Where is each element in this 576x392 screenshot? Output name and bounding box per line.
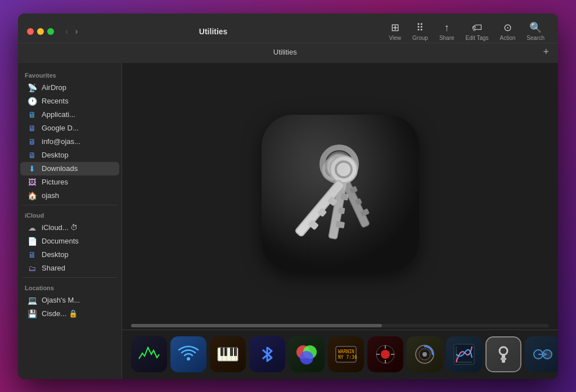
sidebar-item-shared[interactable]: 🗂 Shared — [20, 262, 119, 275]
app-wifi-diagnostics[interactable] — [170, 336, 206, 372]
horizontal-scrollbar[interactable] — [131, 324, 549, 327]
svg-point-49 — [500, 347, 507, 355]
airdrop-icon: 📡 — [27, 83, 37, 92]
svg-point-45 — [422, 352, 427, 357]
sidebar-item-desktop-icloud[interactable]: 🖥 Desktop — [20, 248, 119, 262]
svg-rect-5 — [349, 186, 358, 193]
app-bluetooth[interactable] — [249, 336, 285, 372]
app-migration-assistant[interactable] — [525, 336, 558, 372]
scrollbar-thumb[interactable] — [131, 324, 382, 327]
edit-tags-button[interactable]: 🏷 Edit Tags — [461, 20, 493, 43]
sidebar-item-documents[interactable]: 📄 Documents — [20, 235, 119, 248]
sidebar-label-documents: Documents — [42, 237, 79, 245]
sidebar: Favourites 📡 AirDrop 🕐 Recents 🖥 Applica… — [18, 63, 122, 379]
content-main — [122, 63, 558, 324]
content-area: WARNIN NY 7:36 — [122, 63, 558, 379]
share-label: Share — [439, 35, 454, 41]
add-button[interactable]: + — [543, 47, 549, 57]
activity-monitor-svg — [137, 342, 161, 367]
close-button[interactable] — [27, 28, 34, 35]
colorsync-svg — [294, 342, 319, 367]
sidebar-item-ojash-mac[interactable]: 💻 Ojash's M... — [20, 294, 119, 307]
bottom-app-strip: WARNIN NY 7:36 — [122, 330, 558, 379]
search-button[interactable]: 🔍 Search — [522, 19, 549, 43]
sidebar-item-icloud[interactable]: ☁ iCloud... ⏱ — [20, 221, 119, 235]
grapher-svg — [452, 342, 476, 367]
sidebar-label-airdrop: AirDrop — [42, 83, 66, 92]
svg-point-8 — [324, 152, 353, 181]
sidebar-item-cisde[interactable]: 💾 Cisde... 🔒 — [20, 307, 119, 321]
icloud-icon: ☁ — [27, 223, 37, 232]
sidebar-item-email[interactable]: 🖥 info@ojas... — [20, 135, 119, 148]
title-bar: ‹ › Utilities ⊞ View ⠿ Group ↑ Share — [18, 13, 558, 63]
sidebar-item-google-drive[interactable]: 🖥 Google D... — [20, 121, 119, 135]
sidebar-label-desktop: Desktop — [42, 151, 69, 159]
action-button[interactable]: ⊙ Action — [496, 19, 520, 43]
recents-icon: 🕐 — [27, 97, 37, 106]
sidebar-label-email: info@ojas... — [42, 137, 80, 146]
edit-tags-label: Edit Tags — [466, 35, 489, 41]
keychain-app-icon[interactable] — [262, 115, 419, 272]
app-digital-color-meter[interactable] — [367, 336, 403, 372]
pictures-icon: 🖼 — [27, 178, 37, 187]
disk-utility-svg — [412, 342, 437, 367]
view-button[interactable]: ⊞ View — [385, 19, 406, 43]
sidebar-label-recents: Recents — [42, 97, 69, 105]
app-midi-setup[interactable] — [210, 336, 246, 372]
sidebar-item-desktop[interactable]: 🖥 Desktop — [20, 148, 119, 162]
svg-rect-20 — [137, 342, 161, 367]
bluetooth-svg — [255, 342, 280, 367]
piano-svg — [215, 342, 240, 367]
downloads-icon: ⬇ — [27, 164, 37, 173]
svg-rect-7 — [360, 208, 370, 217]
sidebar-label-icloud: iCloud... ⏱ — [42, 223, 78, 232]
svg-rect-10 — [328, 177, 348, 239]
svg-rect-26 — [234, 348, 237, 356]
home-icon: 🏠 — [27, 191, 37, 200]
sidebar-divider-1 — [22, 205, 117, 205]
sidebar-label-home: ojash — [42, 191, 59, 200]
sidebar-section-locations: Locations — [18, 280, 122, 294]
app-disk-utility[interactable] — [407, 336, 443, 372]
sidebar-label-ojash-mac: Ojash's M... — [42, 296, 80, 304]
sidebar-item-downloads[interactable]: ⬇ Downloads — [20, 162, 119, 175]
app-console[interactable]: WARNIN NY 7:36 — [328, 336, 364, 372]
share-icon: ↑ — [444, 22, 449, 34]
svg-rect-4 — [339, 173, 370, 228]
svg-text:WARNIN: WARNIN — [338, 349, 354, 354]
sidebar-label-google: Google D... — [42, 124, 79, 132]
tag-icon: 🏷 — [472, 22, 482, 34]
icloud-desktop-icon: 🖥 — [27, 250, 37, 259]
sidebar-divider-2 — [22, 277, 117, 278]
app-grapher[interactable] — [446, 336, 482, 372]
share-button[interactable]: ↑ Share — [435, 20, 459, 43]
sidebar-section-icloud: iCloud — [18, 208, 122, 221]
sidebar-item-recents[interactable]: 🕐 Recents — [20, 94, 119, 108]
app-activity-monitor[interactable] — [131, 336, 167, 372]
svg-point-15 — [332, 158, 354, 180]
drive-icon: 💾 — [27, 309, 37, 318]
sidebar-label-downloads: Downloads — [42, 164, 78, 173]
svg-point-0 — [322, 147, 356, 181]
migration-svg — [530, 342, 555, 367]
svg-rect-12 — [338, 207, 345, 214]
keychain-svg — [273, 126, 408, 261]
sidebar-item-pictures[interactable]: 🖼 Pictures — [20, 175, 119, 189]
action-icon: ⊙ — [503, 21, 512, 34]
sidebar-item-applications[interactable]: 🖥 Applicati... — [20, 108, 119, 121]
sidebar-section-favourites: Favourites — [18, 67, 122, 81]
svg-point-38 — [381, 350, 390, 359]
group-button[interactable]: ⠿ Group — [408, 19, 433, 43]
documents-icon: 📄 — [27, 237, 37, 246]
console-svg: WARNIN NY 7:36 — [334, 342, 358, 367]
app-keychain-access[interactable] — [485, 336, 521, 372]
app-colorsync[interactable] — [289, 336, 325, 372]
svg-rect-18 — [317, 208, 327, 217]
group-icon: ⠿ — [416, 21, 424, 34]
sidebar-item-airdrop[interactable]: 📡 AirDrop — [20, 81, 119, 94]
svg-rect-11 — [340, 193, 349, 200]
applications-icon: 🖥 — [27, 110, 37, 119]
sidebar-label-applications: Applicati... — [42, 110, 75, 119]
sidebar-item-home[interactable]: 🏠 ojash — [20, 189, 119, 202]
sidebar-label-icloud-desktop: Desktop — [42, 250, 69, 259]
